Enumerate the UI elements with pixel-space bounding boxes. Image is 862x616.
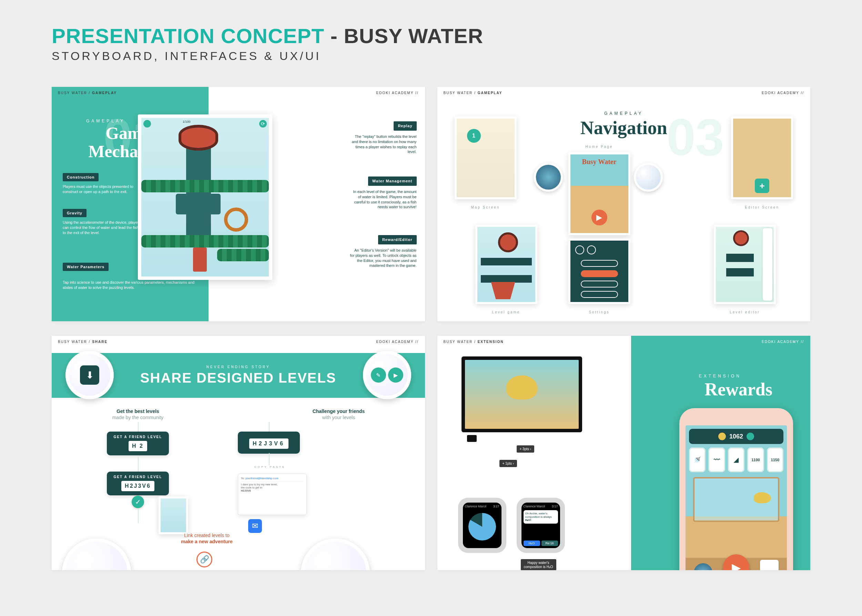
- slide2-eyebrow: GAMEPLAY: [437, 111, 811, 116]
- add-tile-icon[interactable]: +: [755, 179, 769, 193]
- thumb-shared-level[interactable]: [159, 497, 188, 534]
- copy-paste-label: COPY PASTE: [254, 465, 286, 468]
- ring-edit-play: ✎ ▶: [363, 351, 411, 399]
- settings-row[interactable]: [581, 281, 618, 288]
- get-friend-level-1[interactable]: GET A FRIEND LEVEL H 2: [107, 432, 169, 456]
- copy-water-management: In each level of the game, the amount of…: [350, 189, 417, 210]
- slide-rewards: BUSY WATER / EXTENSION EDOKI ACADEMY // …: [437, 336, 811, 570]
- share-title: SHARE DESIGNED LEVELS: [140, 370, 336, 386]
- slide4-brand: EDOKI ACADEMY //: [762, 340, 804, 344]
- phone-play-button[interactable]: ▶: [723, 554, 749, 570]
- thumb-settings[interactable]: [568, 239, 630, 304]
- apple-tv-frame: [462, 357, 582, 432]
- mail-preview: To: yourfriend@friendship.com I dare you…: [238, 474, 307, 515]
- link-levels-cta: Link created levels tomake a new adventu…: [162, 532, 251, 545]
- level-counter: 1/100: [183, 120, 191, 123]
- slide2-brand: EDOKI ACADEMY //: [762, 91, 804, 95]
- play-icon[interactable]: ▶: [388, 368, 403, 383]
- watch-chip[interactable]: Re:16: [542, 541, 558, 546]
- thumb-home-page[interactable]: Busy Water ▶: [568, 152, 630, 235]
- replay-icon[interactable]: ⟳: [259, 120, 267, 127]
- link-icon[interactable]: 🔗: [196, 552, 212, 567]
- mail-app-icon[interactable]: ✉: [248, 519, 262, 533]
- page-subtitle: STORYBOARD, INTERFACES & UX/UI: [52, 49, 810, 63]
- label-level-editor: Level editor: [714, 310, 776, 314]
- title-accent: PRESENTATION CONCEPT: [52, 25, 324, 47]
- bubble-earth-icon: [534, 163, 563, 192]
- fish-icon: [506, 376, 537, 399]
- tag-replay: Replay: [394, 121, 416, 130]
- slide4-title: Rewards: [705, 379, 773, 399]
- download-icon[interactable]: ⬇: [80, 365, 99, 385]
- group-replay: Replay The "replay" button rebuilds the …: [350, 121, 417, 154]
- card-item[interactable]: 🚿: [689, 448, 705, 472]
- settings-row[interactable]: [581, 260, 618, 267]
- group-reward-editor: Reward/Editor An "Editor's Version" will…: [350, 235, 417, 268]
- copy-construction: Players must use the objects presented t…: [63, 184, 142, 195]
- share-right-sub: Challenge your friendswith your levels: [294, 408, 384, 421]
- tag-construction: Construction: [63, 173, 99, 181]
- tag-reward-editor: Reward/Editor: [378, 235, 417, 244]
- settings-row-accent[interactable]: [581, 270, 618, 277]
- thumb-map-screen[interactable]: 1: [455, 116, 517, 199]
- card-price-1[interactable]: 1100: [747, 448, 764, 472]
- slide4-breadcrumb: BUSY WATER / EXTENSION: [444, 340, 504, 344]
- home-play-icon[interactable]: ▶: [592, 210, 607, 225]
- title-sep: -: [324, 25, 344, 47]
- editor-toolbar[interactable]: [763, 228, 773, 300]
- watch-caption: Happy water'scomposition is H₂O: [521, 559, 556, 570]
- label-editor-screen: Editor Screen: [731, 206, 793, 209]
- phone-score: 1062: [729, 433, 743, 440]
- copy-water-parameters: Tap into science to use and discover the…: [63, 280, 202, 290]
- ring-bottom-right: [301, 539, 370, 570]
- gameplay-screenshot: 1/100 ⟳: [138, 115, 272, 280]
- card-item[interactable]: 〰: [708, 448, 725, 472]
- check-icon: ✓: [132, 496, 144, 508]
- label-level-game: Level game: [475, 310, 537, 314]
- copy-replay: The "replay" button rebuilds the level a…: [350, 134, 417, 154]
- ring-download: ⬇: [66, 351, 114, 399]
- tag-3pts: + 3pts ›: [517, 445, 535, 453]
- settings-row[interactable]: [581, 291, 618, 298]
- your-code-box[interactable]: H2J3V6: [238, 432, 300, 454]
- phone-card-row: 🚿 〰 ◢ 1100 1150: [689, 448, 783, 472]
- exit-pipe-icon: [193, 248, 207, 272]
- label-settings: Settings: [568, 310, 630, 314]
- valve-wheel-icon: [224, 207, 248, 232]
- watch-chip[interactable]: H₂O: [524, 541, 540, 546]
- page-title: PRESENTATION CONCEPT - BUSY WATER STORYB…: [52, 24, 810, 63]
- aquarium: [693, 477, 779, 522]
- tag-gravity: Gravity: [63, 209, 86, 217]
- phone-topbar: 1062: [689, 429, 783, 444]
- funnel-icon: [491, 282, 515, 299]
- title-dark: BUSY WATER: [344, 25, 483, 47]
- slide3-brand: EDOKI ACADEMY //: [376, 340, 419, 344]
- card-item[interactable]: ◢: [728, 448, 744, 472]
- slide1-eyebrow: GAMEPLAY: [86, 119, 125, 123]
- card-price-2[interactable]: 1150: [767, 448, 783, 472]
- slide-share: BUSY WATER / SHARE EDOKI ACADEMY // NEVE…: [52, 336, 425, 570]
- get-friend-level-2[interactable]: GET A FRIEND LEVEL H2J3V6: [107, 471, 169, 495]
- watch-dial-icon[interactable]: [468, 513, 496, 541]
- edit-icon[interactable]: ✎: [371, 368, 386, 383]
- refresh-icon[interactable]: [747, 433, 754, 440]
- group-water-management: Water Management In each level of the ga…: [350, 176, 417, 210]
- notebook-icon[interactable]: [760, 560, 779, 570]
- thumb-editor-screen[interactable]: +: [731, 116, 793, 199]
- copy-reward-editor: An "Editor's Version" will be available …: [350, 248, 417, 268]
- thumb-level-editor[interactable]: [714, 225, 776, 304]
- apple-watch-1: Clarence Marcil3:17: [458, 470, 506, 570]
- app-logo: Busy Water: [570, 158, 628, 166]
- apple-watch-2: Clarence Marcil3:17 Oh Archie, water'sco…: [517, 470, 565, 570]
- ring-bottom-left: [62, 539, 131, 570]
- label-home-page: Home Page: [568, 145, 630, 149]
- tag-1pts: + 1pts ›: [499, 460, 517, 467]
- label-map-screen: Map Screen: [455, 206, 517, 209]
- share-eyebrow: NEVER ENDING STORY: [206, 365, 270, 369]
- slide1-brand: EDOKI ACADEMY //: [376, 91, 419, 95]
- globe-icon[interactable]: [694, 563, 713, 570]
- thumb-level-game[interactable]: [475, 225, 537, 304]
- slide3-breadcrumb: BUSY WATER / SHARE: [58, 340, 108, 344]
- slide1-breadcrumb: BUSY WATER / GAMEPLAY: [58, 91, 117, 95]
- slide-navigation: BUSY WATER / GAMEPLAY EDOKI ACADEMY // 0…: [437, 87, 811, 321]
